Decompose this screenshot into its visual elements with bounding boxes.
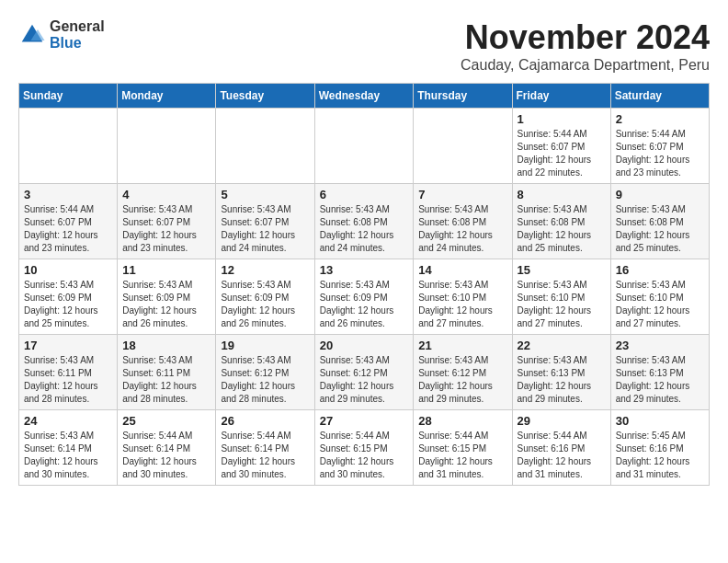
header-sunday: Sunday (19, 84, 118, 109)
day-detail: Sunrise: 5:43 AM Sunset: 6:12 PM Dayligh… (418, 354, 506, 406)
main-title: November 2024 (461, 18, 710, 57)
subtitle: Cauday, Cajamarca Department, Peru (461, 57, 710, 74)
day-number: 27 (320, 414, 409, 428)
day-number: 25 (122, 414, 210, 428)
day-number: 24 (24, 414, 112, 428)
day-number: 12 (221, 263, 309, 277)
calendar-cell: 6Sunrise: 5:43 AM Sunset: 6:08 PM Daylig… (314, 184, 414, 259)
day-detail: Sunrise: 5:44 AM Sunset: 6:14 PM Dayligh… (122, 430, 210, 481)
calendar-cell: 3Sunrise: 5:44 AM Sunset: 6:07 PM Daylig… (19, 184, 118, 259)
day-detail: Sunrise: 5:43 AM Sunset: 6:08 PM Dayligh… (418, 203, 506, 255)
header-thursday: Thursday (414, 84, 512, 109)
day-number: 19 (221, 339, 309, 352)
day-number: 28 (418, 414, 506, 428)
day-detail: Sunrise: 5:43 AM Sunset: 6:08 PM Dayligh… (616, 203, 704, 255)
week-row-5: 24Sunrise: 5:43 AM Sunset: 6:14 PM Dayli… (19, 410, 710, 486)
day-number: 22 (518, 339, 606, 352)
day-detail: Sunrise: 5:43 AM Sunset: 6:13 PM Dayligh… (518, 354, 606, 406)
calendar-cell: 5Sunrise: 5:43 AM Sunset: 6:07 PM Daylig… (216, 184, 314, 259)
day-number: 3 (24, 188, 112, 201)
day-detail: Sunrise: 5:43 AM Sunset: 6:10 PM Dayligh… (616, 279, 704, 330)
day-number: 1 (518, 112, 606, 126)
day-number: 4 (122, 188, 210, 201)
day-number: 2 (616, 112, 704, 126)
calendar-cell: 22Sunrise: 5:43 AM Sunset: 6:13 PM Dayli… (512, 335, 610, 410)
calendar-cell: 12Sunrise: 5:43 AM Sunset: 6:09 PM Dayli… (216, 259, 314, 335)
day-number: 5 (221, 188, 309, 201)
day-detail: Sunrise: 5:44 AM Sunset: 6:15 PM Dayligh… (418, 430, 506, 481)
calendar-cell: 1Sunrise: 5:44 AM Sunset: 6:07 PM Daylig… (512, 109, 610, 184)
calendar-cell: 21Sunrise: 5:43 AM Sunset: 6:12 PM Dayli… (414, 335, 512, 410)
day-number: 16 (616, 263, 704, 277)
day-detail: Sunrise: 5:43 AM Sunset: 6:10 PM Dayligh… (418, 279, 506, 330)
day-detail: Sunrise: 5:43 AM Sunset: 6:09 PM Dayligh… (122, 279, 210, 330)
day-detail: Sunrise: 5:43 AM Sunset: 6:07 PM Dayligh… (221, 203, 309, 255)
calendar-cell (118, 109, 216, 184)
logo-blue: Blue (50, 35, 105, 52)
day-detail: Sunrise: 5:43 AM Sunset: 6:13 PM Dayligh… (616, 354, 704, 406)
calendar-cell: 10Sunrise: 5:43 AM Sunset: 6:09 PM Dayli… (19, 259, 118, 335)
calendar-cell: 29Sunrise: 5:44 AM Sunset: 6:16 PM Dayli… (512, 410, 610, 486)
day-detail: Sunrise: 5:43 AM Sunset: 6:08 PM Dayligh… (518, 203, 606, 255)
calendar-cell: 16Sunrise: 5:43 AM Sunset: 6:10 PM Dayli… (610, 259, 709, 335)
calendar-cell: 14Sunrise: 5:43 AM Sunset: 6:10 PM Dayli… (414, 259, 512, 335)
day-number: 20 (320, 339, 409, 352)
header-friday: Friday (512, 84, 610, 109)
day-number: 30 (616, 414, 704, 428)
header-row: SundayMondayTuesdayWednesdayThursdayFrid… (19, 84, 710, 109)
day-number: 11 (122, 263, 210, 277)
day-detail: Sunrise: 5:43 AM Sunset: 6:09 PM Dayligh… (24, 279, 112, 330)
day-detail: Sunrise: 5:44 AM Sunset: 6:16 PM Dayligh… (518, 430, 606, 481)
week-row-2: 3Sunrise: 5:44 AM Sunset: 6:07 PM Daylig… (19, 184, 710, 259)
calendar-cell (19, 109, 118, 184)
calendar-cell (314, 109, 414, 184)
day-number: 14 (418, 263, 506, 277)
calendar-cell: 20Sunrise: 5:43 AM Sunset: 6:12 PM Dayli… (314, 335, 414, 410)
day-detail: Sunrise: 5:45 AM Sunset: 6:16 PM Dayligh… (616, 430, 704, 481)
day-detail: Sunrise: 5:43 AM Sunset: 6:08 PM Dayligh… (320, 203, 409, 255)
day-detail: Sunrise: 5:44 AM Sunset: 6:07 PM Dayligh… (616, 128, 704, 179)
calendar-cell: 2Sunrise: 5:44 AM Sunset: 6:07 PM Daylig… (610, 109, 709, 184)
week-row-1: 1Sunrise: 5:44 AM Sunset: 6:07 PM Daylig… (19, 109, 710, 184)
header-saturday: Saturday (610, 84, 709, 109)
calendar-cell: 9Sunrise: 5:43 AM Sunset: 6:08 PM Daylig… (610, 184, 709, 259)
day-detail: Sunrise: 5:43 AM Sunset: 6:09 PM Dayligh… (221, 279, 309, 330)
header-wednesday: Wednesday (314, 84, 414, 109)
day-number: 15 (518, 263, 606, 277)
calendar-cell: 27Sunrise: 5:44 AM Sunset: 6:15 PM Dayli… (314, 410, 414, 486)
day-detail: Sunrise: 5:43 AM Sunset: 6:10 PM Dayligh… (518, 279, 606, 330)
calendar-cell: 7Sunrise: 5:43 AM Sunset: 6:08 PM Daylig… (414, 184, 512, 259)
day-detail: Sunrise: 5:43 AM Sunset: 6:12 PM Dayligh… (320, 354, 409, 406)
week-row-4: 17Sunrise: 5:43 AM Sunset: 6:11 PM Dayli… (19, 335, 710, 410)
calendar-table: SundayMondayTuesdayWednesdayThursdayFrid… (18, 83, 710, 486)
day-number: 26 (221, 414, 309, 428)
day-detail: Sunrise: 5:44 AM Sunset: 6:07 PM Dayligh… (518, 128, 606, 179)
week-row-3: 10Sunrise: 5:43 AM Sunset: 6:09 PM Dayli… (19, 259, 710, 335)
calendar-cell (216, 109, 314, 184)
day-number: 7 (418, 188, 506, 201)
page-header: General Blue November 2024 Cauday, Cajam… (18, 18, 710, 74)
logo-text: General Blue (50, 18, 105, 51)
day-detail: Sunrise: 5:43 AM Sunset: 6:14 PM Dayligh… (24, 430, 112, 481)
day-number: 21 (418, 339, 506, 352)
calendar-cell: 18Sunrise: 5:43 AM Sunset: 6:11 PM Dayli… (118, 335, 216, 410)
calendar-cell: 24Sunrise: 5:43 AM Sunset: 6:14 PM Dayli… (19, 410, 118, 486)
logo-general: General (50, 18, 105, 35)
calendar-cell: 11Sunrise: 5:43 AM Sunset: 6:09 PM Dayli… (118, 259, 216, 335)
day-detail: Sunrise: 5:43 AM Sunset: 6:07 PM Dayligh… (122, 203, 210, 255)
day-number: 17 (24, 339, 112, 352)
day-detail: Sunrise: 5:43 AM Sunset: 6:11 PM Dayligh… (24, 354, 112, 406)
calendar-cell: 25Sunrise: 5:44 AM Sunset: 6:14 PM Dayli… (118, 410, 216, 486)
title-section: November 2024 Cauday, Cajamarca Departme… (461, 18, 710, 74)
day-number: 29 (518, 414, 606, 428)
calendar-cell: 8Sunrise: 5:43 AM Sunset: 6:08 PM Daylig… (512, 184, 610, 259)
logo-icon (18, 21, 46, 49)
calendar-cell: 17Sunrise: 5:43 AM Sunset: 6:11 PM Dayli… (19, 335, 118, 410)
calendar-header: SundayMondayTuesdayWednesdayThursdayFrid… (19, 84, 710, 109)
day-number: 10 (24, 263, 112, 277)
calendar-body: 1Sunrise: 5:44 AM Sunset: 6:07 PM Daylig… (19, 109, 710, 486)
header-monday: Monday (118, 84, 216, 109)
calendar-cell: 28Sunrise: 5:44 AM Sunset: 6:15 PM Dayli… (414, 410, 512, 486)
calendar-cell: 15Sunrise: 5:43 AM Sunset: 6:10 PM Dayli… (512, 259, 610, 335)
day-number: 8 (518, 188, 606, 201)
